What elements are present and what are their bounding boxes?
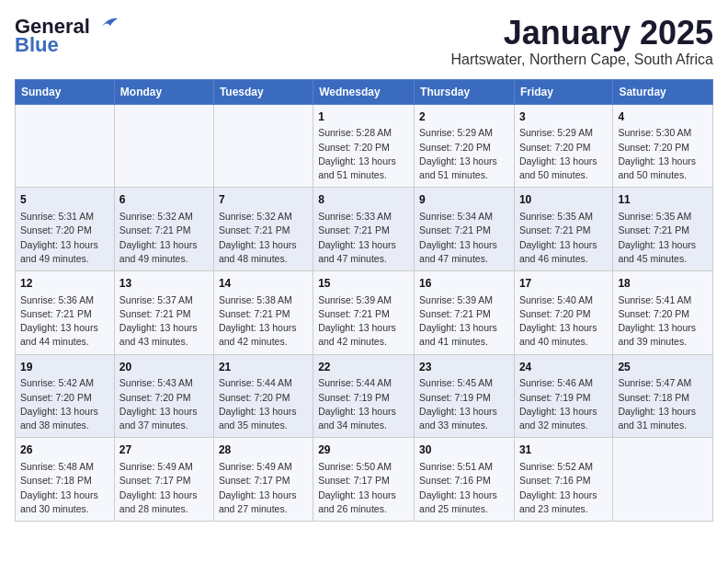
calendar-cell: 23Sunrise: 5:45 AM Sunset: 7:19 PM Dayli…	[415, 354, 515, 438]
calendar-cell: 16Sunrise: 5:39 AM Sunset: 7:21 PM Dayli…	[415, 270, 515, 354]
day-number: 22	[318, 360, 409, 375]
calendar-cell: 25Sunrise: 5:47 AM Sunset: 7:18 PM Dayli…	[613, 354, 713, 438]
day-info: Sunrise: 5:44 AM Sunset: 7:19 PM Dayligh…	[318, 376, 409, 432]
day-number: 5	[20, 192, 109, 208]
calendar-cell: 20Sunrise: 5:43 AM Sunset: 7:20 PM Dayli…	[114, 354, 213, 438]
day-info: Sunrise: 5:49 AM Sunset: 7:17 PM Dayligh…	[119, 460, 209, 516]
weekday-header-saturday: Saturday	[613, 79, 713, 104]
day-info: Sunrise: 5:39 AM Sunset: 7:21 PM Dayligh…	[318, 293, 409, 350]
calendar-week-5: 26Sunrise: 5:48 AM Sunset: 7:18 PM Dayli…	[16, 438, 713, 522]
calendar-cell	[213, 104, 313, 188]
calendar-cell: 24Sunrise: 5:46 AM Sunset: 7:19 PM Dayli…	[514, 354, 612, 438]
day-info: Sunrise: 5:46 AM Sunset: 7:19 PM Dayligh…	[519, 376, 608, 432]
day-number: 24	[519, 360, 608, 375]
calendar-cell: 19Sunrise: 5:42 AM Sunset: 7:20 PM Dayli…	[16, 354, 115, 438]
calendar-cell: 29Sunrise: 5:50 AM Sunset: 7:17 PM Dayli…	[313, 438, 415, 522]
calendar-cell: 30Sunrise: 5:51 AM Sunset: 7:16 PM Dayli…	[415, 438, 515, 522]
day-info: Sunrise: 5:36 AM Sunset: 7:21 PM Dayligh…	[20, 293, 109, 350]
month-title: January 2025	[451, 15, 713, 52]
day-number: 27	[119, 442, 209, 458]
day-info: Sunrise: 5:32 AM Sunset: 7:21 PM Dayligh…	[119, 210, 209, 266]
calendar-cell: 12Sunrise: 5:36 AM Sunset: 7:21 PM Dayli…	[16, 270, 115, 354]
calendar-cell: 18Sunrise: 5:41 AM Sunset: 7:20 PM Dayli…	[613, 270, 713, 354]
day-info: Sunrise: 5:30 AM Sunset: 7:20 PM Dayligh…	[618, 126, 708, 182]
day-info: Sunrise: 5:48 AM Sunset: 7:18 PM Dayligh…	[20, 460, 109, 516]
day-number: 3	[519, 109, 608, 125]
day-info: Sunrise: 5:44 AM Sunset: 7:20 PM Dayligh…	[219, 376, 308, 432]
day-number: 25	[618, 360, 708, 375]
weekday-header-thursday: Thursday	[415, 79, 515, 104]
day-number: 13	[119, 276, 209, 292]
day-info: Sunrise: 5:31 AM Sunset: 7:20 PM Dayligh…	[20, 210, 109, 266]
day-number: 12	[20, 276, 109, 292]
day-number: 4	[618, 109, 708, 125]
day-number: 18	[618, 276, 708, 292]
calendar-cell	[613, 438, 713, 522]
day-info: Sunrise: 5:47 AM Sunset: 7:18 PM Dayligh…	[618, 376, 708, 432]
calendar-cell: 10Sunrise: 5:35 AM Sunset: 7:21 PM Dayli…	[514, 188, 612, 271]
calendar-cell: 21Sunrise: 5:44 AM Sunset: 7:20 PM Dayli…	[213, 354, 313, 438]
calendar-cell: 4Sunrise: 5:30 AM Sunset: 7:20 PM Daylig…	[613, 104, 713, 188]
day-number: 6	[119, 192, 209, 208]
calendar-cell: 11Sunrise: 5:35 AM Sunset: 7:21 PM Dayli…	[613, 188, 713, 271]
day-info: Sunrise: 5:45 AM Sunset: 7:19 PM Dayligh…	[419, 376, 509, 432]
day-info: Sunrise: 5:38 AM Sunset: 7:21 PM Dayligh…	[219, 293, 308, 350]
calendar-title-block: January 2025 Hartswater, Northern Cape, …	[451, 15, 713, 68]
day-number: 26	[20, 442, 109, 458]
day-info: Sunrise: 5:32 AM Sunset: 7:21 PM Dayligh…	[219, 210, 308, 266]
day-info: Sunrise: 5:40 AM Sunset: 7:20 PM Dayligh…	[519, 293, 608, 350]
day-number: 9	[419, 192, 509, 208]
calendar-cell: 14Sunrise: 5:38 AM Sunset: 7:21 PM Dayli…	[213, 270, 313, 354]
day-info: Sunrise: 5:49 AM Sunset: 7:17 PM Dayligh…	[219, 460, 308, 516]
calendar-week-1: 1Sunrise: 5:28 AM Sunset: 7:20 PM Daylig…	[16, 104, 713, 188]
calendar-cell: 31Sunrise: 5:52 AM Sunset: 7:16 PM Dayli…	[514, 438, 612, 522]
day-number: 20	[119, 360, 209, 375]
calendar-cell: 5Sunrise: 5:31 AM Sunset: 7:20 PM Daylig…	[16, 188, 115, 271]
calendar-cell: 26Sunrise: 5:48 AM Sunset: 7:18 PM Dayli…	[16, 438, 115, 522]
weekday-header-friday: Friday	[514, 79, 612, 104]
day-info: Sunrise: 5:35 AM Sunset: 7:21 PM Dayligh…	[618, 210, 708, 266]
calendar-cell	[114, 104, 213, 188]
day-number: 29	[318, 442, 409, 458]
day-info: Sunrise: 5:42 AM Sunset: 7:20 PM Dayligh…	[20, 376, 109, 432]
day-number: 16	[419, 276, 509, 292]
day-number: 31	[519, 442, 608, 458]
calendar-cell: 13Sunrise: 5:37 AM Sunset: 7:21 PM Dayli…	[114, 270, 213, 354]
location-title: Hartswater, Northern Cape, South Africa	[451, 52, 713, 68]
day-number: 2	[419, 109, 509, 125]
day-number: 19	[20, 360, 109, 375]
day-number: 10	[519, 192, 608, 208]
day-info: Sunrise: 5:29 AM Sunset: 7:20 PM Dayligh…	[419, 126, 509, 182]
calendar-cell: 17Sunrise: 5:40 AM Sunset: 7:20 PM Dayli…	[514, 270, 612, 354]
day-number: 7	[219, 192, 308, 208]
day-number: 11	[618, 192, 708, 208]
calendar-cell: 2Sunrise: 5:29 AM Sunset: 7:20 PM Daylig…	[415, 104, 515, 188]
day-info: Sunrise: 5:50 AM Sunset: 7:17 PM Dayligh…	[318, 460, 409, 516]
calendar-week-4: 19Sunrise: 5:42 AM Sunset: 7:20 PM Dayli…	[16, 354, 713, 438]
weekday-header-row: SundayMondayTuesdayWednesdayThursdayFrid…	[16, 79, 713, 104]
calendar-cell: 15Sunrise: 5:39 AM Sunset: 7:21 PM Dayli…	[313, 270, 415, 354]
calendar-cell: 22Sunrise: 5:44 AM Sunset: 7:19 PM Dayli…	[313, 354, 415, 438]
calendar-cell	[16, 104, 115, 188]
day-info: Sunrise: 5:33 AM Sunset: 7:21 PM Dayligh…	[318, 210, 409, 266]
day-info: Sunrise: 5:28 AM Sunset: 7:20 PM Dayligh…	[318, 126, 409, 182]
day-number: 17	[519, 276, 608, 292]
calendar-cell: 6Sunrise: 5:32 AM Sunset: 7:21 PM Daylig…	[114, 188, 213, 271]
calendar-cell: 9Sunrise: 5:34 AM Sunset: 7:21 PM Daylig…	[415, 188, 515, 271]
logo: General Blue	[15, 15, 119, 57]
day-info: Sunrise: 5:39 AM Sunset: 7:21 PM Dayligh…	[419, 293, 509, 350]
day-info: Sunrise: 5:43 AM Sunset: 7:20 PM Dayligh…	[119, 376, 209, 432]
weekday-header-monday: Monday	[114, 79, 213, 104]
day-info: Sunrise: 5:51 AM Sunset: 7:16 PM Dayligh…	[419, 460, 509, 516]
day-number: 23	[419, 360, 509, 375]
calendar-cell: 27Sunrise: 5:49 AM Sunset: 7:17 PM Dayli…	[114, 438, 213, 522]
logo-blue: Blue	[15, 33, 59, 57]
day-number: 14	[219, 276, 308, 292]
calendar-week-2: 5Sunrise: 5:31 AM Sunset: 7:20 PM Daylig…	[16, 188, 713, 271]
page-header: General Blue January 2025 Hartswater, No…	[15, 15, 713, 68]
day-number: 21	[219, 360, 308, 375]
calendar-table: SundayMondayTuesdayWednesdayThursdayFrid…	[15, 79, 713, 522]
day-number: 15	[318, 276, 409, 292]
day-number: 8	[318, 192, 409, 208]
day-info: Sunrise: 5:41 AM Sunset: 7:20 PM Dayligh…	[618, 293, 708, 350]
